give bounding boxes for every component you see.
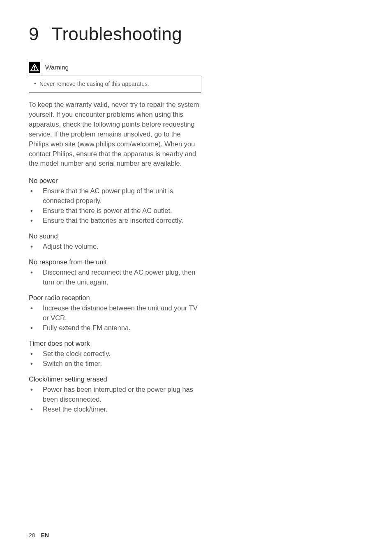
triangle-exclaim-icon	[30, 63, 39, 72]
warning-header: Warning	[29, 62, 201, 73]
page-language: EN	[41, 532, 49, 539]
bullet-dot: •	[29, 323, 43, 333]
list-item-text: Set the clock correctly.	[43, 349, 201, 359]
bullet-dot: •	[29, 385, 43, 405]
bullet-dot: •	[29, 268, 43, 287]
bullet-dot: •	[29, 216, 43, 226]
section-list: •Disconnect and reconnect the AC power p…	[29, 268, 201, 287]
chapter-title: 9Troubleshooting	[29, 24, 201, 44]
list-item: •Ensure that the AC power plug of the un…	[29, 186, 201, 206]
bullet-dot: •	[29, 206, 43, 216]
list-item: •Ensure that the batteries are inserted …	[29, 216, 201, 226]
list-item-text: Disconnect and reconnect the AC power pl…	[43, 268, 201, 287]
intro-paragraph: To keep the warranty valid, never try to…	[29, 100, 201, 169]
svg-rect-0	[34, 66, 35, 69]
bullet-dot: •	[34, 80, 39, 88]
document-page: 9Troubleshooting Warning • Never remove …	[0, 0, 392, 555]
warning-icon	[29, 62, 40, 73]
list-item-text: Ensure that the batteries are inserted c…	[43, 216, 201, 226]
section-list: •Adjust the volume.	[29, 242, 201, 252]
list-item: •Reset the clock/timer.	[29, 405, 201, 414]
bullet-dot: •	[29, 405, 43, 414]
list-item-text: Ensure that there is power at the AC out…	[43, 206, 201, 216]
list-item-text: Ensure that the AC power plug of the uni…	[43, 186, 201, 206]
section-list: •Ensure that the AC power plug of the un…	[29, 186, 201, 226]
bullet-dot: •	[29, 242, 43, 252]
section-heading: Timer does not work	[29, 339, 201, 348]
list-item-text: Fully extend the FM antenna.	[43, 323, 201, 333]
warning-box: • Never remove the casing of this appara…	[29, 76, 201, 92]
list-item-text: Switch on the timer.	[43, 359, 201, 369]
section-list: •Set the clock correctly.•Switch on the …	[29, 349, 201, 369]
warning-item: • Never remove the casing of this appara…	[34, 80, 149, 88]
section-list: •Increase the distance between the unit …	[29, 303, 201, 333]
bullet-dot: •	[29, 349, 43, 359]
list-item: •Switch on the timer.	[29, 359, 201, 369]
list-item: •Increase the distance between the unit …	[29, 303, 201, 323]
list-item: •Set the clock correctly.	[29, 349, 201, 359]
svg-rect-1	[34, 69, 35, 70]
list-item: •Ensure that there is power at the AC ou…	[29, 206, 201, 216]
section-heading: No response from the unit	[29, 257, 201, 267]
section-heading: No power	[29, 176, 201, 185]
list-item: •Adjust the volume.	[29, 242, 201, 252]
chapter-title-text: Troubleshooting	[52, 24, 182, 44]
list-item-text: Adjust the volume.	[43, 242, 201, 252]
bullet-dot: •	[29, 359, 43, 369]
section-list: •Power has been interrupted or the power…	[29, 385, 201, 414]
page-footer: 20EN	[29, 532, 49, 539]
list-item-text: Increase the distance between the unit a…	[43, 303, 201, 323]
list-item-text: Reset the clock/timer.	[43, 405, 201, 414]
list-item-text: Power has been interrupted or the power …	[43, 385, 201, 405]
troubleshoot-sections: No power•Ensure that the AC power plug o…	[29, 176, 201, 414]
bullet-dot: •	[29, 303, 43, 323]
section-heading: Poor radio reception	[29, 293, 201, 303]
list-item: •Disconnect and reconnect the AC power p…	[29, 268, 201, 287]
section-heading: No sound	[29, 231, 201, 241]
warning-item-text: Never remove the casing of this apparatu…	[39, 80, 149, 88]
chapter-number: 9	[29, 24, 52, 44]
bullet-dot: •	[29, 186, 43, 206]
section-heading: Clock/timer setting erased	[29, 375, 201, 384]
warning-label: Warning	[45, 64, 69, 71]
page-number: 20	[29, 532, 35, 539]
content-column: 9Troubleshooting Warning • Never remove …	[29, 24, 201, 414]
list-item: •Fully extend the FM antenna.	[29, 323, 201, 333]
list-item: •Power has been interrupted or the power…	[29, 385, 201, 405]
